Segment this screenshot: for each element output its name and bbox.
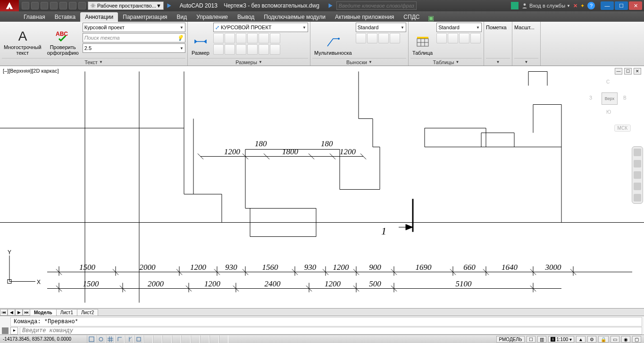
leader-collect-button[interactable] (390, 33, 400, 43)
tab-home[interactable]: Главная (19, 12, 50, 22)
layout-next-button[interactable]: ▶ (15, 309, 23, 316)
tab-insert[interactable]: Вставка (50, 12, 81, 22)
workspace-combo[interactable]: Рабочее пространство... ▼ (88, 1, 164, 10)
qat-save-icon[interactable] (41, 2, 48, 9)
status-grid-icon[interactable]: ☐ (527, 336, 535, 343)
multiline-text-button[interactable]: A Многострочный текст (2, 23, 43, 57)
search-input[interactable] (336, 1, 417, 10)
minimize-button[interactable]: — (601, 1, 614, 10)
dim-jogged-button[interactable] (213, 44, 224, 55)
drawing-area[interactable]: [–][Верхняя][2D каркас] — ☐ ✕ С Ю З В Ве… (0, 66, 644, 308)
snap-toggle[interactable] (96, 335, 106, 343)
status-coords[interactable]: -14173.3545, 8357.3206, 0.0000 (0, 336, 85, 342)
3dosnap-toggle[interactable] (143, 335, 153, 343)
app-logo[interactable] (0, 0, 19, 11)
panel-table-title[interactable]: Таблицы▼ (410, 58, 482, 66)
table-button[interactable]: Таблица (410, 23, 435, 57)
layout-tab-model[interactable]: Модель (30, 309, 57, 316)
tab-output[interactable]: Вывод (233, 12, 259, 22)
command-input[interactable] (20, 327, 642, 335)
signin-button[interactable]: Вход в службы ▼ (521, 2, 570, 9)
ducs-toggle[interactable] (162, 335, 172, 343)
model-canvas[interactable]: 1200 180 1800 180 1200 1 150020001200930… (0, 66, 644, 308)
qat-open-icon[interactable] (31, 2, 39, 9)
exchange-icon[interactable] (511, 2, 519, 9)
tab-annotate[interactable]: Аннотации (80, 12, 118, 22)
status-lock-icon[interactable]: 🔒 (598, 336, 609, 343)
otrack-toggle[interactable] (153, 335, 162, 343)
status-quickview-icon[interactable]: ▥ (537, 336, 546, 343)
status-ws-icon[interactable]: ⚙ (587, 336, 596, 343)
close-button[interactable]: ✕ (629, 1, 642, 10)
table-extract-button[interactable] (436, 33, 447, 43)
qat-undo-icon[interactable] (69, 2, 76, 9)
panel-markup-title[interactable]: ▼ (486, 58, 510, 66)
grid-toggle[interactable] (106, 335, 115, 343)
maximize-button[interactable]: ☐ (615, 1, 628, 10)
dim-aligned-button[interactable] (225, 33, 235, 43)
qat-plot-icon[interactable] (59, 2, 67, 9)
dim-baseline-button[interactable] (270, 44, 280, 55)
panel-dim-title[interactable]: Размеры▼ (190, 58, 308, 66)
dim-arc-button[interactable] (247, 33, 258, 43)
scale-label[interactable]: Масшт... (514, 23, 535, 30)
status-model[interactable]: РМОДЕЛЬ (496, 336, 524, 343)
qat-redo-icon[interactable] (78, 2, 86, 9)
leader-remove-button[interactable] (367, 33, 377, 43)
am-toggle[interactable] (219, 335, 228, 343)
text-search-input[interactable]: Поиск текста💡 (83, 33, 185, 42)
dim-diameter-button[interactable] (270, 33, 280, 43)
leader-add-button[interactable] (356, 33, 366, 43)
leader-style-combo[interactable]: Standard▼ (356, 23, 406, 32)
ortho-toggle[interactable] (115, 335, 125, 343)
status-isolate-icon[interactable]: ◉ (621, 336, 630, 343)
qp-toggle[interactable] (200, 335, 209, 343)
help-icon[interactable]: ? (587, 2, 595, 9)
status-annoscale[interactable]: 🅰 1:100 ▾ (548, 336, 575, 343)
panel-leader-title[interactable]: Выноски▼ (312, 58, 406, 66)
dim-space-button[interactable] (247, 44, 258, 55)
sc-toggle[interactable] (209, 335, 219, 343)
tab-spds[interactable]: СПДС (399, 12, 424, 22)
dim-ordinate-button[interactable] (225, 44, 235, 55)
tab-featured[interactable]: Активные приложения (330, 12, 399, 22)
x-icon[interactable]: ✕ (573, 3, 577, 9)
osnap-toggle[interactable] (134, 335, 143, 343)
tab-expand-icon[interactable]: ▣ (428, 14, 434, 22)
text-height-combo[interactable]: 2.5▼ (83, 43, 185, 53)
layout-prev-button[interactable]: ◀ (8, 309, 15, 316)
status-clean-icon[interactable]: ▢ (632, 336, 641, 343)
multileader-button[interactable]: Мультивыноска (312, 23, 354, 57)
markup-label[interactable]: Пометка (486, 23, 507, 30)
leader-align-button[interactable] (378, 33, 389, 43)
layout-first-button[interactable]: ⏮ (0, 309, 8, 316)
dim-angular-button[interactable] (236, 33, 246, 43)
command-prompt-icon[interactable]: ▸ (10, 327, 18, 335)
tab-manage[interactable]: Управление (192, 12, 233, 22)
layout-last-button[interactable]: ⏭ (23, 309, 30, 316)
panel-scale-title[interactable]: ▼ (514, 58, 538, 66)
dim-radius-button[interactable] (259, 33, 269, 43)
qat-new-icon[interactable] (22, 2, 29, 9)
infer-constraints-toggle[interactable] (87, 335, 96, 343)
tab-view[interactable]: Вид (172, 12, 192, 22)
play-icon[interactable] (166, 2, 172, 9)
status-annovis-icon[interactable]: ▲ (576, 336, 585, 343)
table-export-button[interactable] (470, 33, 481, 43)
dyn-toggle[interactable] (172, 335, 181, 343)
tpy-toggle[interactable] (191, 335, 200, 343)
tab-plugins[interactable]: Подключаемые модули (259, 12, 330, 22)
play-icon-2[interactable] (327, 2, 334, 9)
layout-tab-sheet2[interactable]: Лист2 (77, 309, 98, 316)
dim-break-button[interactable] (236, 44, 246, 55)
polar-toggle[interactable] (125, 335, 134, 343)
table-style-combo[interactable]: Standard▼ (436, 23, 482, 32)
dim-linear-button[interactable] (213, 33, 224, 43)
qat-saveas-icon[interactable] (50, 2, 58, 9)
text-style-combo[interactable]: Курсовой проект▼ (83, 23, 185, 32)
command-handle-icon[interactable] (2, 327, 8, 334)
table-link-button[interactable] (448, 33, 458, 43)
layout-tab-sheet1[interactable]: Лист1 (56, 309, 77, 316)
panel-text-title[interactable]: Текст▼ (2, 58, 185, 66)
spellcheck-button[interactable]: ABC Проверить орфографию (45, 23, 81, 57)
